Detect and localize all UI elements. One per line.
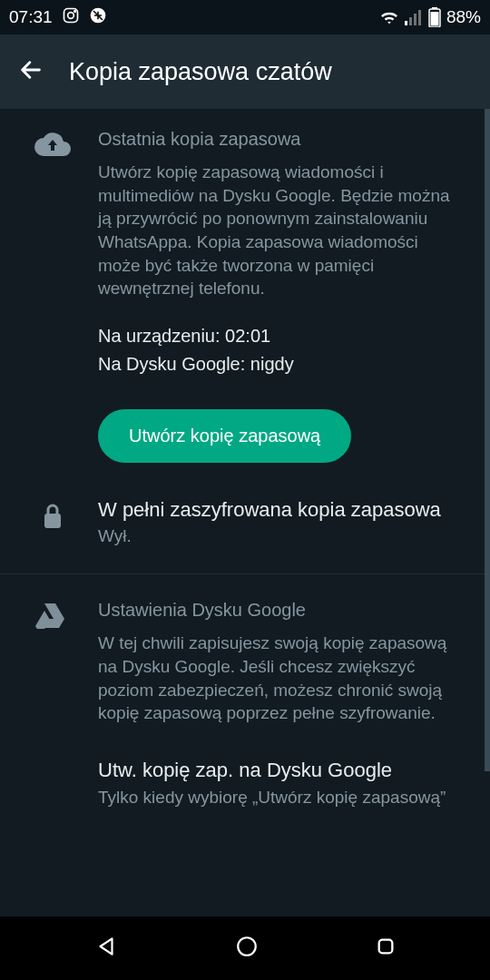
cloud-upload-icon [34,145,71,161]
svg-rect-7 [418,10,421,25]
status-bar: 07:31 88% [0,0,490,34]
nav-home-icon[interactable] [235,935,259,962]
back-icon[interactable] [18,57,44,86]
nav-recent-icon[interactable] [376,936,396,960]
navigation-bar [0,916,490,980]
scrollbar[interactable] [485,109,490,771]
signal-icon [405,9,423,25]
app-bar: Kopia zapasowa czatów [0,34,490,109]
svg-rect-4 [405,21,407,25]
status-time: 07:31 [9,7,53,27]
gdrive-title: Ustawienia Dysku Google [98,600,459,621]
gdrive-frequency-sub: Tylko kiedy wybiorę „Utwórz kopię zapaso… [98,788,459,808]
svg-point-2 [74,10,75,12]
lock-icon [42,503,64,547]
battery-icon [428,7,441,27]
last-backup-section: Ostatnia kopia zapasowa Utwórz kopię zap… [0,109,490,483]
content-scroll[interactable]: Ostatnia kopia zapasowa Utwórz kopię zap… [0,109,490,916]
svg-rect-6 [414,14,416,25]
page-title: Kopia zapasowa czatów [69,58,332,86]
gdrive-desc: W tej chwili zapisujesz swoją kopię zapa… [98,632,459,725]
backup-button[interactable]: Utwórz kopię zapasową [98,409,351,463]
local-backup-line: Na urządzeniu: 02:01 [98,326,459,347]
google-drive-icon [34,616,65,632]
gdrive-frequency-title: Utw. kopię zap. na Dysku Google [98,758,459,784]
battery-percent: 88% [446,7,481,27]
svg-point-12 [238,937,256,956]
wifi-icon [379,9,399,25]
instagram-icon [62,6,80,29]
data-saver-icon [89,6,107,29]
svg-rect-5 [409,17,412,25]
svg-rect-10 [430,12,438,26]
encrypted-backup-row[interactable]: W pełni zaszyfrowana kopia zapasowa Wył. [0,483,490,567]
gdrive-frequency-row[interactable]: Utw. kopię zap. na Dysku Google Tylko ki… [0,758,490,828]
google-backup-line: Na Dysku Google: nigdy [98,354,459,375]
encrypted-backup-title: W pełni zaszyfrowana kopia zapasowa [98,497,459,524]
last-backup-desc: Utwórz kopię zapasową wiadomości i multi… [98,161,459,300]
encrypted-backup-sub: Wył. [98,526,459,546]
svg-rect-13 [378,940,392,954]
last-backup-title: Ostatnia kopia zapasowa [98,129,459,150]
svg-rect-11 [44,514,61,528]
nav-back-icon[interactable] [94,935,118,962]
svg-point-1 [67,12,74,18]
gdrive-section: Ustawienia Dysku Google W tej chwili zap… [0,574,490,758]
